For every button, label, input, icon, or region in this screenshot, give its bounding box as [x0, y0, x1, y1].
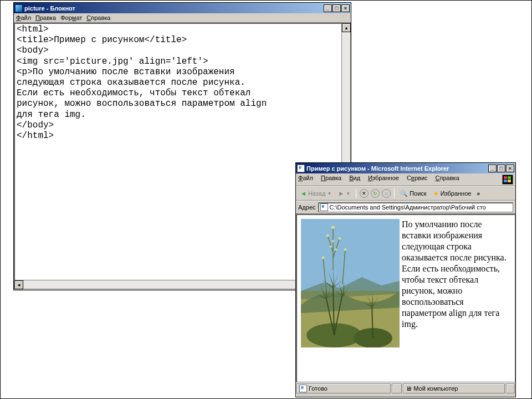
- notepad-content: <html> <title>Пример с рисунком</title> …: [14, 23, 350, 142]
- notepad-menubar: Файл Правка Формат Справка: [14, 13, 351, 23]
- ie-throbber-icon: [502, 175, 513, 185]
- svg-point-18: [326, 234, 329, 237]
- notepad-title: picture - Блокнот: [24, 5, 324, 12]
- home-button[interactable]: ⌂: [382, 189, 391, 198]
- maximize-button[interactable]: □: [332, 4, 341, 12]
- svg-rect-0: [504, 176, 507, 179]
- notepad-icon: [15, 4, 23, 12]
- menu-favorites[interactable]: Избранное: [368, 175, 399, 185]
- svg-point-19: [339, 237, 341, 240]
- ie-page-content: По умолчанию после вставки изображения с…: [296, 214, 515, 382]
- svg-point-17: [331, 226, 335, 229]
- menu-view[interactable]: Вид: [349, 175, 360, 185]
- back-button[interactable]: ◄ Назад ▼: [298, 189, 334, 198]
- ie-title: Пример с рисунком - Microsoft Internet E…: [306, 165, 488, 172]
- svg-rect-2: [504, 180, 507, 182]
- svg-point-23: [330, 245, 332, 248]
- ie-icon: [297, 165, 305, 172]
- status-grip[interactable]: [506, 383, 515, 393]
- close-button[interactable]: ×: [506, 165, 514, 172]
- ie-toolbar: ◄ Назад ▼ ► ▼ ✕ ↻ ⌂ 🔍 Поиск ★ Избранное …: [296, 186, 515, 201]
- scrollbar-horizontal[interactable]: ◄ ►: [14, 280, 341, 289]
- address-value: C:\Documents and Settings\Администратор\…: [330, 204, 486, 211]
- search-button[interactable]: 🔍 Поиск: [398, 189, 428, 198]
- ie-statusbar: Готово 🖥 Мой компьютер: [296, 382, 515, 393]
- svg-point-22: [332, 240, 334, 242]
- ie-addressbar: Адрес C:\Documents and Settings\Админист…: [296, 201, 515, 214]
- menu-edit[interactable]: Правка: [35, 14, 56, 21]
- favorites-button[interactable]: ★ Избранное: [431, 189, 474, 198]
- minimize-button[interactable]: _: [488, 165, 497, 172]
- svg-point-20: [344, 248, 347, 251]
- menu-tools[interactable]: Сервис: [407, 175, 428, 185]
- minimize-button[interactable]: _: [324, 4, 332, 12]
- toolbar-overflow[interactable]: »: [475, 191, 481, 197]
- maximize-button[interactable]: □: [497, 165, 505, 172]
- svg-point-24: [335, 248, 337, 250]
- menu-edit[interactable]: Правка: [321, 175, 341, 185]
- computer-icon: 🖥: [406, 385, 412, 392]
- ie-menubar: Файл Правка Вид Избранное Сервис Справка: [296, 173, 515, 186]
- ie-titlebar[interactable]: Пример с рисунком - Microsoft Internet E…: [296, 163, 515, 173]
- scroll-up-button[interactable]: ▲: [342, 23, 351, 32]
- menu-help[interactable]: Справка: [86, 14, 110, 21]
- status-ready: Готово: [296, 383, 391, 393]
- page-icon: [320, 203, 328, 211]
- doc-icon: [299, 385, 307, 392]
- forward-button[interactable]: ► ▼: [336, 189, 352, 198]
- scroll-left-button[interactable]: ◄: [14, 280, 23, 289]
- svg-rect-3: [508, 180, 511, 182]
- menu-format[interactable]: Формат: [60, 14, 82, 21]
- address-label: Адрес: [298, 204, 316, 211]
- svg-rect-1: [508, 176, 511, 179]
- status-zone: 🖥 Мой компьютер: [403, 383, 505, 393]
- status-empty1: [392, 383, 402, 393]
- svg-point-21: [322, 257, 325, 259]
- ie-window: Пример с рисунком - Microsoft Internet E…: [295, 162, 516, 397]
- menu-help[interactable]: Справка: [436, 175, 459, 185]
- address-field[interactable]: C:\Documents and Settings\Администратор\…: [318, 202, 513, 212]
- page-image: [301, 219, 400, 347]
- notepad-titlebar[interactable]: picture - Блокнот _ □ ×: [14, 3, 351, 13]
- menu-file[interactable]: Файл: [298, 175, 313, 185]
- svg-rect-4: [301, 219, 400, 291]
- close-button[interactable]: ×: [341, 4, 350, 12]
- refresh-button[interactable]: ↻: [371, 189, 380, 198]
- menu-file[interactable]: Файл: [16, 14, 31, 21]
- page-paragraph: По умолчанию после вставки изображения с…: [402, 219, 507, 329]
- stop-button[interactable]: ✕: [360, 189, 369, 198]
